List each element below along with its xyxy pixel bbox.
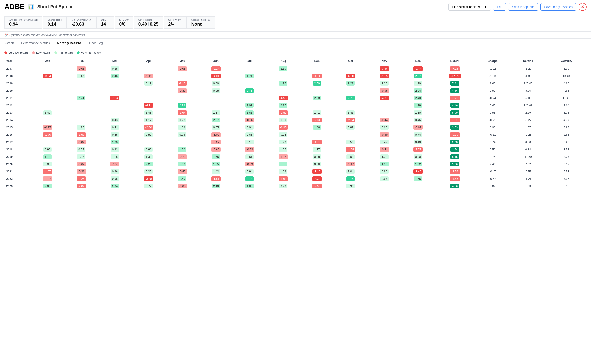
cell-jul: 0.94 xyxy=(233,168,266,175)
cell-jun: 2.10 xyxy=(199,182,233,190)
cell-nov: 0.47 xyxy=(367,138,401,146)
cell-nov: -4.37 xyxy=(367,94,401,102)
cell-jan: 0.99 xyxy=(31,146,64,153)
cell-jan: -3.64 xyxy=(31,72,64,80)
tab-graph[interactable]: Graph xyxy=(4,39,15,48)
cell-jun: -0.27 xyxy=(199,138,233,146)
cell-jul: 0.65 xyxy=(233,131,266,138)
table-row: 20112.24-3.64-4.552.382.76-4.372.40-2.78… xyxy=(4,94,587,102)
cell-sharpe: 0.90 xyxy=(475,124,510,131)
cell-sep xyxy=(300,131,334,138)
cell-jun xyxy=(199,102,233,109)
legend-very-high-dot xyxy=(77,51,80,54)
cell-mar: 2.46 xyxy=(98,72,132,80)
strategy-name: Short Put Spread xyxy=(37,4,74,9)
cell-sortino: -0.25 xyxy=(510,131,546,138)
cell-apr: -1.11 xyxy=(132,72,165,80)
cell-sep: -3.10 xyxy=(300,168,334,175)
cell-jul: 1.99 xyxy=(233,102,266,109)
cell-aug: 0.39 xyxy=(266,116,300,124)
cell-mar: 1.18 xyxy=(98,153,132,160)
cell-sep xyxy=(300,87,334,94)
table-row: 2010-0.330.982.75-0.982.044.460.923.954.… xyxy=(4,87,587,94)
legend-high-dot xyxy=(54,51,57,54)
table-row: 20131.431.46-1.641.171.61-2.871.411.411.… xyxy=(4,109,587,116)
cell-sortino: 11.59 xyxy=(510,153,546,160)
col-jun: Jun xyxy=(199,57,233,65)
cell-sharpe: -0.24 xyxy=(475,94,510,102)
cell-sortino: 7.02 xyxy=(510,160,546,168)
tab-performance-metrics[interactable]: Performance Metrics xyxy=(20,39,51,48)
cell-jan: 0.85 xyxy=(31,160,64,168)
ticker: ADBE xyxy=(4,3,25,11)
cell-return: -2.78 xyxy=(435,94,475,102)
metric-annual-return: Annual Return % (Overall) 0.94 xyxy=(4,16,42,29)
cell-volatility: 7.96 xyxy=(546,175,587,182)
cell-jun xyxy=(199,94,233,102)
cell-nov xyxy=(367,109,401,116)
cell-sep: -2.55 xyxy=(300,182,334,190)
cell-nov: -0.41 xyxy=(367,146,401,153)
cell-sortino: 1.07 xyxy=(510,124,546,131)
cell-oct: 1.04 xyxy=(334,168,367,175)
edit-button[interactable]: Edit xyxy=(493,3,506,11)
scan-options-button[interactable]: Scan for options xyxy=(508,3,538,11)
col-may: May xyxy=(165,57,199,65)
tab-trade-log[interactable]: Trade Log xyxy=(88,39,104,48)
cell-aug: 0.94 xyxy=(266,131,300,138)
cell-feb: -2.25 xyxy=(64,175,98,182)
cell-sep: 2.59 xyxy=(300,80,334,87)
tab-monthly-returns[interactable]: Monthly Returns xyxy=(56,39,82,48)
cell-jul: 0.51 xyxy=(233,153,266,160)
cell-jun: 0.98 xyxy=(199,87,233,94)
cell-year: 2023 xyxy=(4,182,31,190)
cell-jan xyxy=(31,102,64,109)
cell-mar: -0.37 xyxy=(98,160,132,168)
cell-year: 2016 xyxy=(4,131,31,138)
cell-feb xyxy=(64,116,98,124)
cell-jan xyxy=(31,80,64,87)
cell-mar: -3.64 xyxy=(98,94,132,102)
cell-apr: 1.38 xyxy=(132,153,165,160)
cell-sep: 0.06 xyxy=(300,160,334,168)
cell-apr: 0.89 xyxy=(132,131,165,138)
cell-jan: 1.73 xyxy=(31,153,64,160)
col-apr: Apr xyxy=(132,57,165,65)
table-row: 2016-1.70-1.580.480.890.86-1.080.650.94-… xyxy=(4,131,587,138)
cell-sep: -1.79 xyxy=(300,138,334,146)
cell-aug: 1.06 xyxy=(266,168,300,175)
cell-volatility: 13.48 xyxy=(546,72,587,80)
table-row: 20180.990.550.320.691.50-0.65-0.231.071.… xyxy=(4,146,587,153)
cell-jun: -4.01 xyxy=(199,72,233,80)
cell-oct: 0.96 xyxy=(334,182,367,190)
cell-sharpe: -1.33 xyxy=(475,72,510,80)
legend-very-low-dot xyxy=(4,51,7,54)
cell-jan: -0.15 xyxy=(31,124,64,131)
find-similar-button[interactable]: Find similar backtests ▼ xyxy=(448,3,491,11)
cell-dec: 1.98 xyxy=(401,102,435,109)
cell-apr xyxy=(132,94,165,102)
cell-aug: 1.51 xyxy=(266,160,300,168)
cell-nov xyxy=(367,102,401,109)
cell-jan xyxy=(31,87,64,94)
cell-sep: 0.28 xyxy=(300,153,334,160)
chevron-down-icon: ▼ xyxy=(484,5,487,9)
cell-oct: 2.21 xyxy=(334,80,367,87)
cell-may: -0.45 xyxy=(165,168,199,175)
legend-low-dot xyxy=(32,51,35,54)
notice-text: Optimized indicators are not available f… xyxy=(9,33,85,37)
metric-strike-width: Strike Width 2/– xyxy=(163,16,186,29)
cell-apr: -3.48 xyxy=(132,175,165,182)
close-button[interactable]: ✕ xyxy=(578,3,587,11)
cell-jan xyxy=(31,65,64,72)
table-row: 2008-3.641.422.46-1.11-4.011.71-1.74-6.8… xyxy=(4,72,587,80)
cell-volatility: 3.97 xyxy=(546,160,587,168)
cell-jun: -1.81 xyxy=(199,175,233,182)
cell-dec: 2.97 xyxy=(401,72,435,80)
metric-sharpe: Sharpe Ratio 0.14 xyxy=(43,16,66,29)
cell-nov: -0.59 xyxy=(367,131,401,138)
cell-may: -0.05 xyxy=(165,65,199,72)
cell-feb: 2.24 xyxy=(64,94,98,102)
save-favorites-button[interactable]: Save to my favorites xyxy=(540,3,576,11)
cell-jul: 1.61 xyxy=(233,109,266,116)
